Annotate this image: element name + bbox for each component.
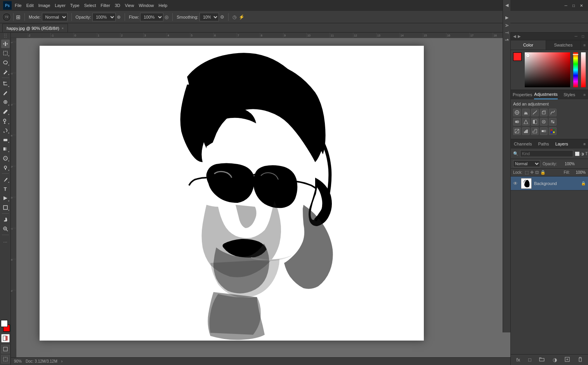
panel-forward-arrow[interactable]: ▶ (518, 34, 521, 38)
opacity-airbrush-icon[interactable]: ⊕ (117, 14, 121, 20)
hand-tool[interactable] (1, 215, 10, 224)
extras-tool[interactable]: … (1, 237, 10, 245)
lock-artboards-icon[interactable]: ⊡ (535, 170, 539, 175)
threshold-adj[interactable] (531, 127, 539, 135)
document-tab[interactable]: happy.jpg @ 90% (RGB/8#) × (2, 24, 68, 32)
adjustments-tab[interactable]: Adjustments (534, 90, 558, 99)
menu-filter[interactable]: Filter (101, 3, 110, 8)
panel-header-minimize[interactable]: ─ (573, 34, 579, 39)
menu-edit[interactable]: Edit (26, 3, 34, 8)
pixel-filter-icon[interactable]: ⬜ (575, 152, 579, 156)
frame-tool[interactable] (1, 355, 10, 363)
menu-type[interactable]: Type (70, 3, 80, 8)
create-group-button[interactable] (539, 357, 545, 363)
panel-icon-play[interactable]: ▶ (503, 14, 510, 21)
delete-layer-button[interactable] (578, 357, 583, 363)
smoothing-settings-icon[interactable]: ⚙ (220, 14, 224, 20)
smoothing-select[interactable]: 10% (199, 13, 219, 21)
add-mask-button[interactable]: □ (528, 357, 531, 363)
vibrance-adj[interactable] (549, 109, 557, 116)
menu-image[interactable]: Image (38, 3, 50, 8)
panel-label-pilcrow[interactable]: ¶ (505, 37, 509, 43)
marquee-tool[interactable]: ▾ (1, 49, 10, 57)
foreground-swatch[interactable] (513, 52, 522, 61)
move-tool[interactable] (1, 40, 10, 48)
blend-mode-select[interactable]: Normal (513, 160, 540, 167)
color-panel-menu[interactable]: ≡ (581, 40, 588, 50)
lasso-tool[interactable]: ▾ (1, 58, 10, 67)
channels-tab[interactable]: Channels (511, 139, 535, 149)
layers-panel-menu[interactable]: ≡ (581, 142, 588, 146)
heal-tool[interactable]: ▾ (1, 98, 10, 107)
dodge-tool[interactable]: ▾ (1, 163, 10, 172)
maximize-button[interactable]: □ (570, 2, 577, 9)
panel-expand-icon[interactable]: ◀ (503, 2, 510, 9)
crop-tool[interactable]: ▾ (1, 80, 10, 88)
foreground-color[interactable] (1, 320, 8, 327)
properties-tab[interactable]: Properties (511, 90, 534, 99)
tab-close-button[interactable]: × (62, 26, 64, 30)
levels-adj[interactable] (522, 109, 530, 116)
brush-tool[interactable]: ▾ (1, 107, 10, 116)
curves-adj[interactable] (531, 109, 539, 116)
color-gradient-picker[interactable] (525, 52, 570, 87)
history-brush-tool[interactable]: ▾ (1, 126, 10, 135)
menu-file[interactable]: File (15, 3, 22, 8)
symmetry-icon[interactable]: ⚡ (239, 14, 245, 20)
quick-mask-button[interactable] (1, 334, 10, 343)
invert-adj[interactable] (513, 127, 521, 135)
brightness-contrast-adj[interactable] (513, 109, 521, 116)
menu-3d[interactable]: 3D (115, 3, 120, 8)
panel-label-a[interactable]: A (505, 22, 509, 28)
adj-panel-menu[interactable]: ≡ (581, 90, 588, 99)
color-balance-adj[interactable] (522, 118, 530, 126)
text-tool[interactable]: T (1, 185, 10, 193)
layers-search-input[interactable] (520, 150, 573, 157)
color-tab[interactable]: Color (511, 40, 546, 50)
lock-position-icon[interactable]: ✛ (530, 170, 534, 175)
add-layer-style-button[interactable]: fx (516, 357, 520, 363)
path-select-tool[interactable]: ▾ (1, 194, 10, 202)
flow-select[interactable]: 100% (140, 13, 163, 21)
panel-header-maximize[interactable]: □ (580, 34, 586, 39)
brush-settings-icon[interactable]: ⊞ (16, 14, 21, 20)
alpha-slider[interactable] (581, 52, 586, 87)
pressure-icon[interactable]: ◷ (232, 14, 236, 20)
eyedropper-tool[interactable] (1, 89, 10, 97)
lock-pixels-icon[interactable]: ⬚ (525, 170, 529, 175)
styles-tab[interactable]: Styles (558, 90, 581, 99)
photo-filter-adj[interactable] (540, 118, 548, 126)
hue-sat-adj[interactable] (513, 118, 521, 126)
panel-label-t[interactable]: T (505, 30, 509, 36)
menu-view[interactable]: View (125, 3, 134, 8)
swatches-tab[interactable]: Swatches (546, 40, 581, 50)
mode-select[interactable]: Normal (42, 13, 68, 21)
magic-wand-tool[interactable]: ▾ (1, 67, 10, 76)
channel-mixer-adj[interactable] (549, 118, 557, 126)
exposure-adj[interactable] (540, 109, 548, 116)
panel-back-arrow[interactable]: ◀ (513, 34, 516, 38)
blur-tool[interactable]: ▾ (1, 154, 10, 163)
gradient-tool[interactable]: ▾ (1, 145, 10, 153)
black-white-adj[interactable] (531, 118, 539, 126)
zoom-tool[interactable] (1, 225, 10, 233)
new-layer-button[interactable] (565, 357, 570, 363)
posterize-adj[interactable] (522, 127, 530, 135)
gradient-map-adj[interactable] (540, 127, 548, 135)
minimize-button[interactable]: ─ (562, 2, 569, 9)
opacity-select[interactable]: 100% (92, 13, 116, 21)
close-button[interactable]: ✕ (578, 2, 585, 9)
menu-window[interactable]: Window (139, 3, 154, 8)
type-filter-icon[interactable]: T (585, 152, 588, 156)
menu-select[interactable]: Select (84, 3, 96, 8)
eraser-tool[interactable]: ▾ (1, 135, 10, 144)
pen-tool[interactable]: ▾ (1, 175, 10, 184)
canvas-workspace[interactable] (16, 38, 510, 357)
brush-preview[interactable]: 72 (2, 13, 11, 21)
toolbar-handle[interactable] (2, 34, 9, 37)
stamp-tool[interactable]: ▾ (1, 117, 10, 125)
menu-help[interactable]: Help (159, 3, 168, 8)
flow-icon[interactable]: ◎ (165, 14, 168, 20)
screen-mode-button[interactable] (1, 345, 10, 353)
create-adjustment-button[interactable]: ◑ (553, 357, 557, 363)
